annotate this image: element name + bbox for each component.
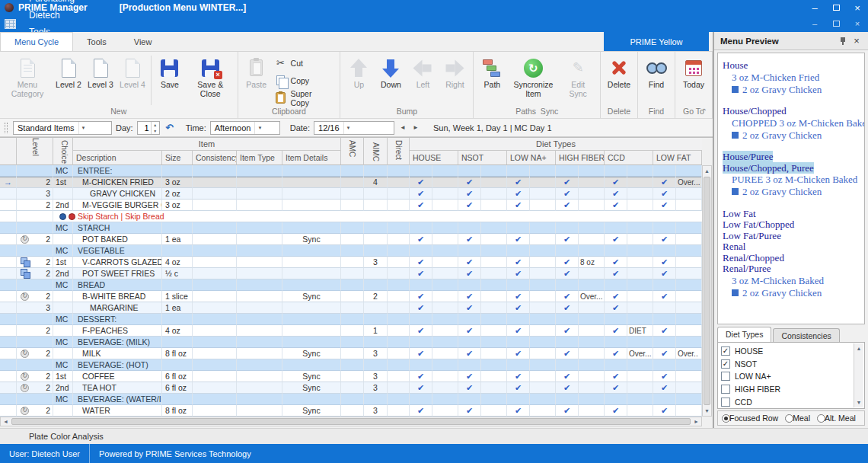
table-row[interactable]: 2MILK8 fl ozSync3✔✔✔✔✔Over...✔Over.. (0, 348, 702, 359)
ribbon-path-button[interactable]: Path (476, 54, 508, 107)
diet-check-house[interactable]: ✔ (410, 268, 432, 279)
diet-check-low-na[interactable]: ✔ (507, 348, 530, 359)
category-row[interactable]: MCBEVERAGE: (WATER/ICE) (0, 394, 702, 405)
diet-check-nsot[interactable]: ✔ (458, 382, 481, 394)
diet-check-house[interactable]: ✔ (410, 257, 432, 268)
diet-check-house[interactable]: ✔ (410, 302, 432, 314)
table-row[interactable]: 2POT BAKED1 eaSync✔✔✔✔✔✔ (0, 234, 702, 245)
table-row[interactable]: →21stM-CHICKEN FRIED3 oz4✔✔✔✔✔✔Over... (0, 177, 702, 188)
scroll-up-icon[interactable]: ▲ (703, 166, 711, 176)
diet-check-low-fat[interactable]: ✔ (653, 325, 676, 337)
column-header-amc[interactable]: AMC (341, 138, 364, 165)
diet-check-high-fiber[interactable]: ✔ (556, 268, 579, 279)
diet-check-ccd[interactable]: ✔ (605, 405, 627, 417)
diet-check-low-fat[interactable]: ✔ (653, 371, 676, 382)
diet-check-ccd[interactable]: ✔ (605, 200, 627, 211)
ribbon-save-button[interactable]: Save (154, 54, 186, 107)
table-row[interactable]: 3GRAVY CHICKEN2 oz✔✔✔✔✔✔ (0, 188, 702, 200)
checkbox[interactable]: ✓ (721, 359, 730, 369)
diet-check-high-fiber[interactable]: ✔ (556, 188, 579, 200)
checklist-scrollbar[interactable]: ▲ ▼ (854, 343, 863, 407)
time-combobox[interactable]: Afternoon ▼ (210, 121, 280, 135)
diet-check-high-fiber[interactable]: ✔ (556, 302, 579, 314)
diet-check-low-na[interactable]: ✔ (507, 382, 530, 394)
scroll-left-icon[interactable]: ◄ (1, 417, 11, 426)
column-header-house[interactable]: HOUSE (410, 151, 458, 164)
diet-check-low-fat[interactable]: ✔ (653, 188, 676, 200)
table-row[interactable]: 3MARGARINE1 ea✔✔✔✔✔ (0, 302, 702, 314)
mdi-close-button[interactable]: × (847, 17, 868, 30)
close-panel-button[interactable]: × (850, 34, 863, 48)
diet-check-low-na[interactable]: ✔ (507, 188, 530, 200)
diet-check-low-na[interactable]: ✔ (507, 200, 530, 211)
diet-check-low-na[interactable]: ✔ (507, 371, 530, 382)
horizontal-scrollbar[interactable]: ◄ ► (0, 417, 702, 426)
diet-check-ccd[interactable]: ✔ (605, 268, 627, 279)
checkbox[interactable]: ✓ (721, 346, 730, 356)
pin-panel-button[interactable] (836, 34, 850, 48)
column-header-item-details[interactable]: Item Details (282, 151, 341, 164)
diet-check-low-na[interactable]: ✔ (507, 257, 530, 268)
diet-check-low-fat[interactable]: ✔ (653, 234, 676, 245)
diet-check-high-fiber[interactable]: ✔ (556, 291, 579, 302)
diet-check-nsot[interactable]: ✔ (458, 291, 481, 302)
diet-check-low-na[interactable]: ✔ (507, 325, 530, 337)
plate-color-analysis-bar[interactable]: Plate Color Analysis (0, 428, 868, 444)
diet-check-ccd[interactable]: ✔ (605, 291, 627, 302)
checklist-item-low-na[interactable]: LOW NA+ (721, 371, 852, 383)
diet-check-high-fiber[interactable]: ✔ (556, 177, 579, 188)
scrollbar-thumb[interactable] (704, 177, 710, 405)
diet-check-house[interactable]: ✔ (410, 382, 432, 394)
diet-check-high-fiber[interactable]: ✔ (556, 371, 579, 382)
menu-purchasing[interactable]: Purchasing (22, 0, 81, 7)
diet-check-low-na[interactable]: ✔ (507, 177, 530, 188)
scroll-down-icon[interactable]: ▼ (854, 398, 863, 407)
column-header-aimc[interactable]: AIMC (364, 138, 388, 165)
table-row[interactable]: 22ndM-VEGGIE BURGER ON...3 oz✔✔✔✔✔✔ (0, 200, 702, 211)
category-row[interactable]: MCVEGETABLE (0, 245, 702, 257)
column-header-item-type[interactable]: Item Type (237, 151, 282, 164)
diet-check-high-fiber[interactable]: ✔ (556, 382, 579, 394)
checkbox[interactable] (721, 372, 730, 381)
table-row[interactable]: 2B-WHITE BREAD1 sliceSync2✔✔✔✔Over...✔✔ (0, 291, 702, 302)
diet-check-ccd[interactable]: ✔ (605, 234, 627, 245)
column-header-choice[interactable]: Choice (53, 138, 73, 165)
table-row[interactable]: 2WATER8 fl ozSync3✔✔✔✔✔✔ (0, 405, 702, 417)
diet-check-house[interactable]: ✔ (410, 405, 432, 417)
diet-check-low-na[interactable]: ✔ (507, 268, 530, 279)
radio-focused-row[interactable]: Focused Row (722, 414, 778, 423)
mdi-minimize-button[interactable]: – (804, 17, 825, 30)
diet-check-house[interactable]: ✔ (410, 188, 432, 200)
diet-check-house[interactable]: ✔ (410, 234, 432, 245)
checklist-item-house[interactable]: ✓HOUSE (721, 345, 852, 357)
radio-alt-meal[interactable]: Alt. Meal (817, 414, 856, 423)
diet-check-nsot[interactable]: ✔ (458, 200, 481, 211)
column-header-low-na[interactable]: LOW NA+ (507, 151, 556, 164)
diet-check-nsot[interactable]: ✔ (458, 302, 481, 314)
diet-check-low-na[interactable]: ✔ (507, 405, 530, 417)
diet-check-nsot[interactable]: ✔ (458, 177, 481, 188)
ribbon-level-2-button[interactable]: Level 2 (53, 54, 85, 107)
diet-check-low-fat[interactable]: ✔ (653, 257, 676, 268)
table-row[interactable]: 22ndTEA HOT6 fl ozSync3✔✔✔✔✔✔ (0, 382, 702, 394)
diet-check-low-na[interactable]: ✔ (507, 302, 530, 314)
tab-consistencies[interactable]: Consistencies (773, 328, 839, 342)
diet-check-nsot[interactable]: ✔ (458, 348, 481, 359)
diet-check-high-fiber[interactable]: ✔ (556, 348, 579, 359)
column-header-ccd[interactable]: CCD (605, 151, 653, 164)
column-header-nsot[interactable]: NSOT (458, 151, 507, 164)
category-row[interactable]: MCENTREE: (0, 165, 702, 177)
category-row[interactable]: MCDESSERT: (0, 314, 702, 325)
diet-check-house[interactable]: ✔ (410, 348, 432, 359)
ribbon-cut-button[interactable]: Cut (273, 56, 338, 70)
diet-check-house[interactable]: ✔ (410, 177, 432, 188)
checkbox[interactable] (721, 385, 730, 394)
category-row[interactable]: MCBEVERAGE: (HOT) (0, 359, 702, 371)
tab-menu-cycle[interactable]: Menu Cycle (0, 32, 73, 51)
column-header-low-fat[interactable]: LOW FAT (653, 151, 702, 164)
column-header-consistency[interactable]: Consistency (193, 151, 237, 164)
column-header-direct[interactable]: Direct (388, 138, 410, 165)
diet-check-house[interactable]: ✔ (410, 200, 432, 211)
category-row[interactable]: MCBEVERAGE: (MILK) (0, 337, 702, 348)
diet-check-ccd[interactable]: ✔ (605, 348, 627, 359)
